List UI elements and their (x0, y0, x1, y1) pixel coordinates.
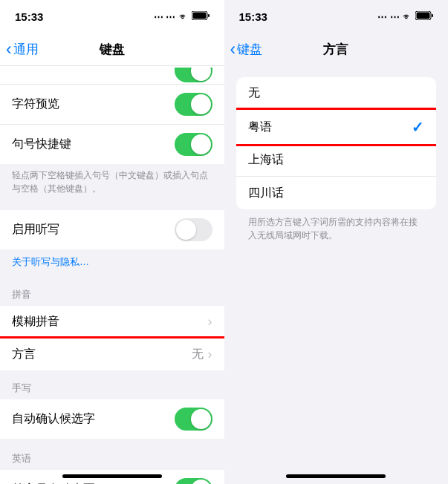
row-dialect[interactable]: 方言 无 › (0, 336, 224, 370)
row-cantonese[interactable]: 粤语 ✓ (236, 108, 437, 146)
row-label: 无 (248, 85, 260, 101)
row-label: 启用听写 (12, 222, 59, 238)
row-fuzzy-pinyin[interactable]: 模糊拼音 › (0, 306, 224, 339)
row-period-shortcut[interactable]: 句号快捷键 (0, 125, 224, 164)
svg-rect-5 (432, 14, 433, 17)
back-button[interactable]: ‹ 键盘 (230, 41, 263, 58)
row-value: 无 (192, 347, 204, 362)
group-dictation: 启用听写 (0, 210, 224, 249)
toggle-auto-cap[interactable] (175, 478, 212, 484)
back-label: 键盘 (237, 41, 262, 58)
page-title: 方言 (323, 41, 348, 58)
toggle-period-shortcut[interactable] (175, 133, 212, 156)
content: 字符预览 句号快捷键 轻点两下空格键插入句号（中文键盘）或插入句点与空格（其他键… (0, 65, 224, 484)
row-label: 句号快捷键 (12, 137, 71, 152)
row-label: 字符预览 (12, 97, 59, 112)
chevron-right-icon: › (208, 347, 212, 362)
row-sichuan[interactable]: 四川话 (236, 177, 437, 209)
row-partial[interactable] (0, 65, 224, 85)
home-indicator[interactable] (286, 474, 386, 478)
content: 无 粤语 ✓ 上海话 四川话 用所选方言键入字词所需的支持内容将在接入无线局域网… (224, 65, 449, 484)
svg-rect-1 (192, 12, 206, 19)
chevron-left-icon: ‹ (6, 41, 12, 58)
toggle-auto-confirm[interactable] (175, 408, 212, 431)
row-enable-dictation[interactable]: 启用听写 (0, 210, 224, 249)
section-header-handwriting: 手写 (0, 368, 224, 399)
footer-text: 用所选方言键入字词所需的支持内容将在接入无线局域网时下载。 (224, 209, 449, 242)
svg-rect-4 (417, 12, 430, 19)
group-dialects: 无 粤语 ✓ 上海话 四川话 (236, 77, 437, 209)
wifi-icon: ᯤ (179, 11, 189, 22)
group-pinyin: 模糊拼音 › 方言 无 › (0, 306, 224, 370)
svg-rect-2 (208, 14, 210, 17)
back-label: 通用 (13, 41, 39, 58)
row-shanghainese[interactable]: 上海话 (236, 144, 437, 177)
status-time: 15:33 (15, 10, 43, 23)
wifi-icon: ᯤ (403, 11, 412, 22)
row-label: 上海话 (248, 152, 284, 168)
status-bar: 15:33 ⋯ ⋯ ᯤ (0, 0, 224, 33)
row-none[interactable]: 无 (236, 77, 437, 110)
row-label: 粤语 (248, 120, 272, 135)
status-bar: 15:33 ⋯ ⋯ ᯤ (224, 0, 449, 33)
toggle-partial[interactable] (175, 68, 212, 82)
page-title: 键盘 (100, 41, 125, 58)
row-char-preview[interactable]: 字符预览 (0, 85, 224, 125)
toggle-dictation[interactable] (175, 218, 212, 241)
toggle-char-preview[interactable] (175, 93, 212, 116)
group-handwriting: 自动确认候选字 (0, 399, 224, 439)
home-indicator[interactable] (62, 474, 162, 478)
row-label: 方言 (12, 347, 36, 362)
section-header-pinyin: 拼音 (0, 275, 224, 306)
footer-text: 轻点两下空格键插入句号（中文键盘）或插入句点与空格（其他键盘）。 (0, 164, 224, 195)
battery-icon (192, 11, 210, 22)
signal-icon: ⋯ ⋯ (377, 11, 400, 22)
nav-bar: ‹ 通用 键盘 (0, 33, 224, 65)
status-right: ⋯ ⋯ ᯤ (377, 11, 433, 22)
back-button[interactable]: ‹ 通用 (6, 41, 39, 58)
check-icon: ✓ (412, 118, 424, 136)
signal-icon: ⋯ ⋯ (154, 11, 176, 22)
row-label: 自动确认候选字 (12, 411, 95, 427)
section-header-english: 英语 (0, 439, 224, 470)
chevron-right-icon: › (208, 314, 212, 330)
row-label: 四川话 (248, 186, 284, 201)
status-right: ⋯ ⋯ ᯤ (154, 11, 210, 22)
chevron-left-icon: ‹ (230, 41, 236, 58)
row-right: 无 › (192, 347, 212, 362)
group-toggles: 字符预览 句号快捷键 (0, 65, 224, 164)
row-auto-confirm[interactable]: 自动确认候选字 (0, 399, 224, 439)
privacy-link[interactable]: 关于听写与隐私… (0, 249, 224, 275)
status-time: 15:33 (239, 10, 267, 23)
nav-bar: ‹ 键盘 方言 (224, 33, 449, 65)
battery-icon (415, 11, 433, 22)
row-label: 模糊拼音 (12, 314, 59, 330)
